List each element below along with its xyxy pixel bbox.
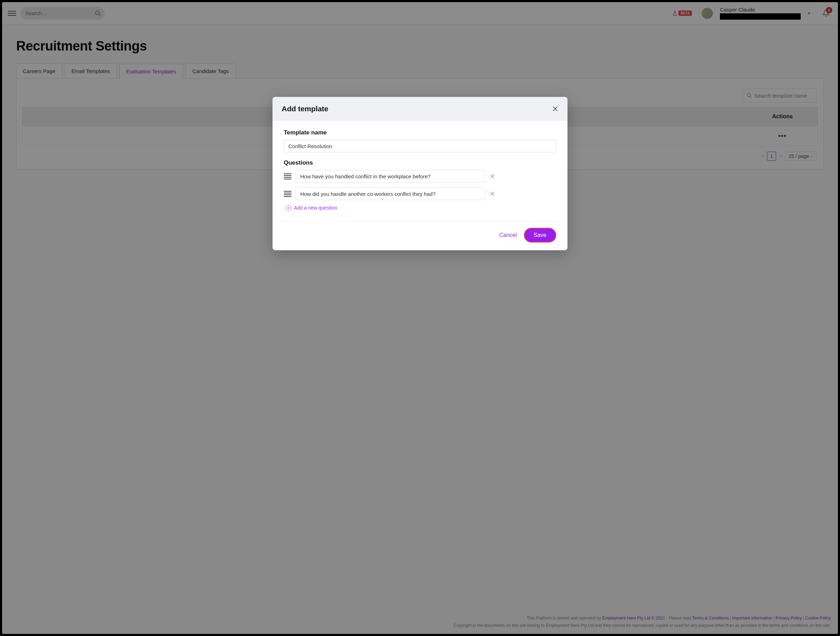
modal-overlay: Add template Template name Questions: [2, 2, 838, 634]
cancel-button[interactable]: Cancel: [499, 232, 517, 238]
remove-question-icon[interactable]: [489, 173, 498, 179]
question-input-2[interactable]: [296, 187, 485, 200]
template-name-label: Template name: [284, 129, 556, 136]
question-row: [284, 187, 556, 200]
remove-question-icon[interactable]: [489, 191, 498, 197]
question-input-1[interactable]: [296, 170, 485, 183]
drag-handle-icon[interactable]: [284, 173, 292, 179]
close-icon[interactable]: [552, 105, 558, 112]
add-question-button[interactable]: + Add a new question: [286, 205, 556, 211]
template-name-input[interactable]: [284, 140, 556, 152]
modal-title: Add template: [282, 105, 328, 113]
add-question-label: Add a new question: [294, 205, 337, 211]
question-row: [284, 170, 556, 183]
questions-label: Questions: [284, 159, 556, 166]
save-button[interactable]: Save: [524, 228, 556, 242]
add-template-modal: Add template Template name Questions: [273, 97, 567, 250]
plus-circle-icon: +: [286, 205, 291, 211]
drag-handle-icon[interactable]: [284, 191, 292, 197]
